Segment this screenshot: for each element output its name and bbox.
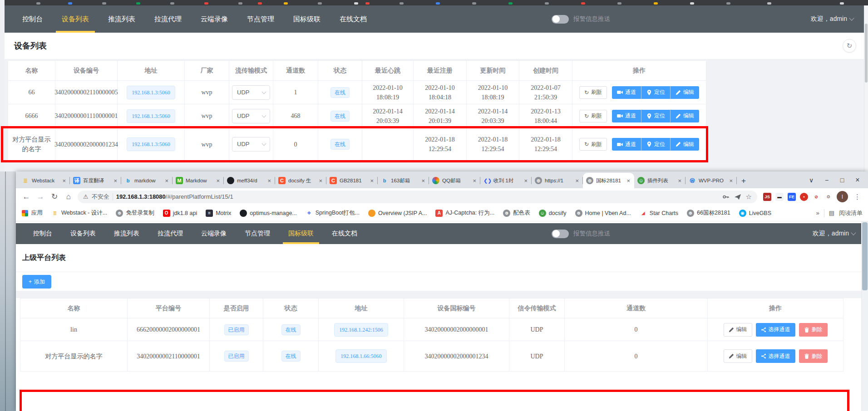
- bookmark-item[interactable]: ◉LiveGBS: [739, 210, 771, 217]
- browser-menu-icon[interactable]: ⋮: [852, 193, 863, 201]
- tab-close-icon[interactable]: ×: [369, 177, 375, 184]
- edit-button[interactable]: 编辑: [671, 110, 699, 122]
- tab-close-icon[interactable]: ×: [728, 177, 734, 184]
- tab-close-icon[interactable]: ×: [626, 177, 631, 184]
- channel-button[interactable]: 通道: [612, 110, 641, 122]
- nav-tab[interactable]: 在线文档: [330, 5, 376, 33]
- browser-tab[interactable]: ⓌWVP-PRO×: [686, 173, 737, 188]
- bookmark-item[interactable]: ≣Webstack - 设计...: [51, 209, 107, 217]
- new-tab-button[interactable]: +: [737, 176, 750, 188]
- security-label[interactable]: 不安全: [92, 193, 109, 201]
- tab-close-icon[interactable]: ×: [215, 177, 221, 184]
- extension-icon[interactable]: ⚙: [824, 193, 833, 201]
- avatar[interactable]: I: [837, 191, 848, 202]
- nav-tab[interactable]: 云端录像: [191, 5, 237, 33]
- refresh-button[interactable]: ↻刷新: [579, 110, 607, 122]
- bookmark-item[interactable]: ◢Star Charts: [640, 210, 678, 217]
- browser-tab[interactable]: ❮❯收到 1封×: [480, 173, 532, 188]
- refresh-button[interactable]: ↻刷新: [579, 86, 607, 99]
- refresh-icon[interactable]: ↻: [843, 39, 856, 53]
- tab-close-icon[interactable]: ×: [574, 177, 580, 184]
- edit-button[interactable]: 编辑: [671, 86, 699, 99]
- alarm-push-toggle[interactable]: [552, 15, 569, 24]
- nav-tab[interactable]: 国标级联: [279, 223, 323, 244]
- nav-tab[interactable]: 云端录像: [192, 223, 236, 244]
- browser-tab[interactable]: ⊕https://1×: [532, 173, 583, 188]
- tab-close-icon[interactable]: ×: [164, 177, 169, 184]
- star-icon[interactable]: ☆: [746, 193, 752, 201]
- scrollbar[interactable]: [861, 221, 868, 411]
- locate-button[interactable]: 定位: [641, 86, 671, 99]
- browser-tab[interactable]: b163邮箱×: [378, 173, 429, 188]
- nav-tab[interactable]: 设备列表: [52, 5, 99, 33]
- nav-tab[interactable]: 拉流代理: [145, 5, 191, 33]
- delete-button[interactable]: 删除: [799, 323, 828, 337]
- browser-tab[interactable]: ⊕国标28181×: [583, 173, 634, 188]
- nav-tab[interactable]: 拉流代理: [148, 223, 192, 244]
- tab-close-icon[interactable]: ×: [113, 177, 118, 184]
- bookmark-item[interactable]: ⊕配色表: [503, 209, 530, 217]
- bookmark-item[interactable]: ≡Motrix: [206, 210, 231, 217]
- bookmarks-overflow-icon[interactable]: »: [816, 210, 819, 216]
- send-icon[interactable]: [734, 193, 741, 201]
- nav-tab[interactable]: 控制台: [24, 223, 61, 244]
- bookmark-item[interactable]: ❖SpringBoot打包...: [306, 209, 360, 217]
- delete-button[interactable]: 删除: [799, 349, 828, 363]
- home-button[interactable]: ⌂: [64, 192, 74, 201]
- locate-button[interactable]: 定位: [641, 110, 671, 122]
- edit-button[interactable]: 编辑: [724, 323, 752, 337]
- select-channel-button[interactable]: 选择通道: [756, 349, 795, 363]
- browser-tab[interactable]: Cdocsify 生×: [275, 173, 326, 188]
- extension-icon[interactable]: ▪: [800, 193, 808, 201]
- close-button[interactable]: ×: [850, 171, 865, 188]
- bookmark-item[interactable]: ⊕免登录复制: [116, 209, 154, 217]
- reload-button[interactable]: ↻: [49, 192, 59, 201]
- bookmark-item[interactable]: ☺docsify: [539, 210, 567, 217]
- tab-close-icon[interactable]: ×: [61, 177, 67, 184]
- tab-search-chevron-icon[interactable]: ∨: [804, 171, 819, 188]
- extension-icon[interactable]: FE: [788, 193, 796, 201]
- stream-mode-select[interactable]: UDP: [232, 85, 270, 100]
- scrollbar[interactable]: [864, 5, 868, 171]
- nav-tab[interactable]: 推流列表: [99, 5, 145, 33]
- browser-tab[interactable]: ≣Webstack×: [19, 173, 70, 188]
- channel-button[interactable]: 通道: [612, 86, 641, 99]
- bookmark-item[interactable]: ⊕66国标28181: [687, 209, 730, 217]
- extension-icon[interactable]: ▬: [775, 193, 784, 201]
- alarm-push-toggle[interactable]: [552, 230, 569, 238]
- bookmark-item[interactable]: Ojdk1.8 api: [163, 210, 197, 217]
- maximize-button[interactable]: □: [834, 171, 850, 188]
- reading-list-button[interactable]: 阅读清单: [839, 209, 863, 217]
- nav-tab[interactable]: 控制台: [13, 5, 52, 33]
- add-platform-button[interactable]: + 添加: [22, 275, 51, 289]
- nav-tab[interactable]: 国标级联: [284, 5, 330, 33]
- url-field[interactable]: ⚠ 不安全 192.168.1.3:18080/#/parentPlatform…: [78, 191, 757, 203]
- browser-tab[interactable]: CGB28181×: [326, 173, 378, 188]
- select-channel-button[interactable]: 选择通道: [756, 323, 795, 337]
- bookmark-item[interactable]: optimus-manage...: [240, 210, 297, 217]
- extension-icon[interactable]: ⊘: [812, 193, 820, 201]
- bookmark-item[interactable]: 应用: [21, 209, 43, 217]
- user-menu[interactable]: 欢迎，admin: [811, 5, 853, 33]
- address-tag[interactable]: 192.168.1.3:5060: [127, 86, 175, 99]
- nav-tab[interactable]: 节点管理: [237, 5, 284, 33]
- bookmark-item[interactable]: AAJ-Captcha: 行为...: [435, 209, 494, 217]
- back-button[interactable]: ←: [21, 192, 31, 201]
- minimize-button[interactable]: −: [819, 171, 834, 188]
- tab-close-icon[interactable]: ×: [266, 177, 272, 184]
- browser-tab[interactable]: MMarkdow×: [173, 173, 224, 188]
- tab-close-icon[interactable]: ×: [420, 177, 426, 184]
- nav-tab[interactable]: 设备列表: [61, 223, 105, 244]
- browser-tab[interactable]: bmarkdow×: [121, 173, 173, 188]
- tab-close-icon[interactable]: ×: [677, 177, 682, 184]
- address-tag[interactable]: 192.168.1.66:5060: [335, 349, 386, 363]
- nav-tab[interactable]: 在线文档: [323, 223, 366, 244]
- address-tag[interactable]: 192.168.1.242:1506: [334, 323, 388, 337]
- tab-close-icon[interactable]: ×: [318, 177, 323, 184]
- nav-tab[interactable]: 推流列表: [105, 223, 148, 244]
- tab-close-icon[interactable]: ×: [472, 177, 477, 184]
- user-menu[interactable]: 欢迎，admin: [813, 223, 855, 244]
- edit-button[interactable]: 编辑: [724, 349, 752, 363]
- browser-tab[interactable]: 译百度翻译×: [70, 173, 121, 188]
- address-tag[interactable]: 192.168.1.3:5060: [127, 109, 175, 123]
